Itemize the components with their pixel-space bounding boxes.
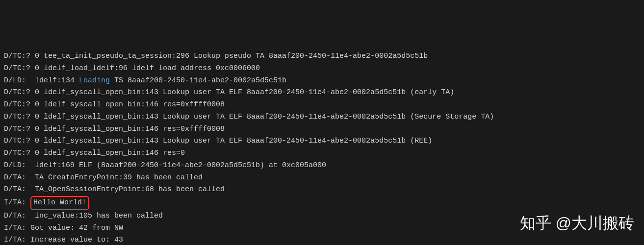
log-line: D/LD: ldelf:134 Loading TS 8aaaf200-2450… [4, 75, 640, 87]
log-line: D/TC:? 0 ldelf_syscall_open_bin:146 res=… [4, 99, 640, 111]
log-line: D/TC:? 0 ldelf_syscall_open_bin:143 Look… [4, 111, 640, 123]
log-prefix: D/TA: [4, 173, 35, 182]
log-line: D/TC:? 0 ldelf_syscall_open_bin:143 Look… [4, 135, 640, 147]
log-text: TS 8aaaf200-2450-11e4-abe2-0002a5d5c51b [110, 76, 286, 85]
log-text: ldelf_syscall_open_bin:146 res=0 [44, 149, 185, 157]
log-prefix: D/TA: [4, 185, 35, 194]
log-prefix: D/TC:? 0 [4, 113, 44, 121]
log-prefix: D/TC:? 0 [4, 125, 44, 133]
log-text: ldelf_syscall_open_bin:143 Lookup user T… [44, 137, 432, 145]
log-prefix: I/TA: [4, 236, 30, 244]
watermark-text: 知乎 @大川搬砖 [520, 210, 634, 236]
log-prefix: D/TC:? 0 [4, 149, 44, 157]
log-prefix: I/TA: [4, 198, 30, 207]
log-line: D/TA: TA_CreateEntryPoint:39 has been ca… [4, 172, 640, 184]
log-highlight: Loading [79, 76, 110, 85]
log-line: D/TC:? 0 ldelf_syscall_open_bin:146 res=… [4, 123, 640, 136]
log-line: D/TC:? 0 tee_ta_init_pseudo_ta_session:2… [4, 50, 640, 63]
log-text: TA_CreateEntryPoint:39 has been called [35, 173, 203, 182]
log-highlight-box: Hello World! [30, 196, 89, 210]
log-text: inc_value:105 has been called [35, 212, 163, 220]
log-text: ldelf_syscall_open_bin:143 Lookup user T… [44, 88, 454, 97]
log-line: D/TC:? 0 ldelf_load_ldelf:96 ldelf load … [4, 63, 640, 75]
log-line: D/TC:? 0 ldelf_syscall_open_bin:146 res=… [4, 147, 640, 160]
log-prefix: D/TC:? 0 [4, 64, 44, 73]
log-prefix: D/LD: [4, 161, 35, 170]
log-text: ldelf:169 ELF (8aaaf200-2450-11e4-abe2-0… [35, 161, 326, 170]
log-text: ldelf_syscall_open_bin:143 Lookup user T… [44, 113, 494, 121]
log-line: D/TA: TA_OpenSessionEntryPoint:68 has be… [4, 184, 640, 196]
log-text: Increase value to: 43 [30, 236, 123, 244]
log-text: ldelf_syscall_open_bin:146 res=0xffff000… [44, 100, 225, 109]
log-line: I/TA: Hello World! [4, 196, 640, 210]
log-prefix: D/LD: [4, 76, 35, 85]
log-text: tee_ta_init_pseudo_ta_session:296 Lookup… [44, 52, 428, 60]
log-text: ldelf_syscall_open_bin:146 res=0xffff000… [44, 125, 225, 133]
log-text: ldelf:134 [35, 76, 79, 85]
log-prefix: D/TA: [4, 212, 35, 220]
log-line: D/LD: ldelf:169 ELF (8aaaf200-2450-11e4-… [4, 160, 640, 172]
log-text: TA_OpenSessionEntryPoint:68 has been cal… [35, 185, 225, 194]
log-prefix: D/TC:? 0 [4, 137, 44, 145]
log-prefix: D/TC:? 0 [4, 52, 44, 60]
log-line: D/TC:? 0 ldelf_syscall_open_bin:143 Look… [4, 87, 640, 99]
log-prefix: I/TA: [4, 224, 30, 232]
log-text: ldelf_load_ldelf:96 ldelf load address 0… [44, 64, 260, 73]
log-prefix: D/TC:? 0 [4, 88, 44, 97]
log-prefix: D/TC:? 0 [4, 100, 44, 109]
log-text: Got value: 42 from NW [30, 224, 123, 232]
